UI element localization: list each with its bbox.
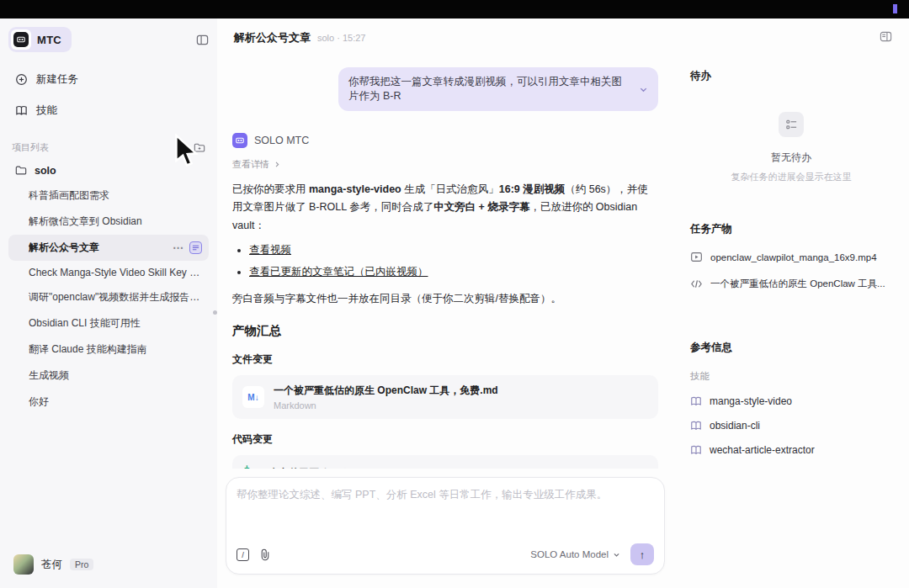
file-title: 一个被严重低估的原生 OpenClaw 工具，免费.md — [274, 384, 498, 398]
assistant-message: SOLO MTC 查看详情 已按你的要求用 manga-style-video … — [232, 133, 658, 469]
attachment-paperclip-icon[interactable] — [259, 548, 271, 561]
project-item[interactable]: 你好 — [8, 389, 209, 415]
new-folder-icon[interactable] — [194, 142, 205, 154]
sidebar-nav: 新建任务 技能 — [8, 66, 209, 124]
model-selector[interactable]: SOLO Auto Model — [530, 549, 620, 559]
project-label: 翻译 Claude 技能构建指南 — [29, 342, 147, 357]
artifact-item-code[interactable]: 一个被严重低估的原生 OpenClaw 工具... — [690, 278, 892, 290]
right-panel: 待办 暂无待办 复杂任务的进展会显示在这里 任务产物 openclaw_claw… — [673, 19, 909, 588]
sidebar-collapse-icon[interactable] — [196, 34, 209, 46]
project-label: Check Manga-Style Video Skill Key C... — [29, 267, 202, 278]
project-label: Obsidian CLI 技能可用性 — [29, 316, 141, 331]
project-label: 解析微信文章到 Obsidian — [29, 215, 142, 229]
view-details-label: 查看详情 — [232, 158, 269, 171]
project-item[interactable]: 调研"openclaw"视频数据并生成报告PPT — [8, 284, 209, 310]
user-message-bubble[interactable]: 你帮我把这一篇文章转成漫剧视频，可以引用文章中相关图片作为 B-R — [338, 67, 658, 111]
code-changes-card[interactable]: +− 1 个文件已更改 — [232, 455, 658, 469]
sidebar: MTC 新建任务 技能 项目列表 — [0, 19, 217, 588]
chevron-down-icon — [613, 551, 620, 559]
artifact-summary-heading: 产物汇总 — [232, 323, 658, 339]
expand-chevron-down-icon[interactable] — [639, 85, 648, 94]
diff-plus-minus-icon: +− — [244, 465, 250, 469]
video-play-icon — [690, 251, 703, 263]
project-label: 调研"openclaw"视频数据并生成报告PPT — [29, 290, 202, 305]
file-changes-heading: 文件变更 — [232, 352, 658, 367]
project-item[interactable]: Obsidian CLI 技能可用性 — [8, 310, 209, 336]
avatar — [13, 554, 34, 575]
assistant-name: SOLO MTC — [254, 135, 309, 146]
slash-command-icon[interactable]: / — [237, 548, 249, 561]
brand-name: MTC — [37, 34, 61, 46]
sidebar-item-label: 技能 — [36, 103, 57, 118]
folder-solo[interactable]: solo — [8, 159, 209, 183]
project-label: 你好 — [29, 395, 49, 409]
composer: / SOLO Auto Model ↑ — [226, 477, 665, 575]
sidebar-item-label: 新建任务 — [36, 72, 78, 87]
skills-book-icon — [15, 104, 28, 117]
brand-logo-frame — [11, 29, 31, 50]
view-note-link[interactable]: 查看已更新的文章笔记（已内嵌视频） — [249, 266, 428, 278]
skill-name: manga-style-video — [710, 395, 792, 407]
skill-item[interactable]: wechat-article-extractor — [690, 444, 892, 456]
project-item[interactable]: Check Manga-Style Video Skill Key C... — [8, 261, 209, 284]
code-changes-heading: 代码变更 — [232, 432, 658, 447]
project-item[interactable]: 解析微信文章到 Obsidian — [8, 209, 209, 235]
chevron-right-icon — [274, 161, 281, 168]
top-black-bar — [0, 0, 909, 19]
user-name: 苍何 — [41, 558, 62, 572]
panel-toggle-icon[interactable] — [880, 30, 892, 46]
skill-item[interactable]: obsidian-cli — [690, 420, 892, 432]
model-name: SOLO Auto Model — [530, 549, 609, 559]
file-type: Markdown — [274, 400, 498, 411]
artifact-item-video[interactable]: openclaw_clawpilot_manga_16x9.mp4 — [690, 251, 892, 263]
chat-main: 解析公众号文章 solo · 15:27 你帮我把这一篇文章转成漫剧视频，可以引… — [217, 19, 673, 588]
user-message-text: 你帮我把这一篇文章转成漫剧视频，可以引用文章中相关图片作为 B-R — [348, 75, 627, 103]
expand-collapse-icon[interactable] — [341, 468, 349, 469]
view-video-link[interactable]: 查看视频 — [249, 244, 291, 256]
list-item: 查看视频 — [249, 241, 658, 258]
skill-name: obsidian-cli — [710, 420, 760, 432]
markdown-file-card[interactable]: M↓ 一个被严重低估的原生 OpenClaw 工具，免费.md Markdown — [232, 375, 658, 419]
chat-messages[interactable]: 你帮我把这一篇文章转成漫剧视频，可以引用文章中相关图片作为 B-R SOLO M… — [217, 50, 673, 469]
chat-title: 解析公众号文章 — [234, 30, 311, 45]
message-input[interactable] — [237, 488, 654, 543]
markdown-icon: M↓ — [242, 386, 264, 408]
sidebar-item-new-task[interactable]: 新建任务 — [8, 66, 209, 93]
more-options-icon[interactable]: ⋯ — [173, 242, 184, 253]
skill-book-icon — [690, 420, 702, 432]
user-account[interactable]: 苍何 Pro — [8, 551, 209, 578]
project-item[interactable]: 科普插画配图需求 — [8, 183, 209, 209]
todo-empty-desc: 复杂任务的进展会显示在这里 — [731, 171, 852, 183]
sidebar-header: MTC — [8, 27, 209, 52]
skill-name: wechat-article-extractor — [710, 444, 815, 456]
result-links: 查看视频 查看已更新的文章笔记（已内嵌视频） — [237, 241, 658, 280]
mtc-logo-icon — [13, 32, 29, 47]
project-item[interactable]: 翻译 Claude 技能构建指南 — [8, 336, 209, 363]
app-window: MTC 新建任务 技能 项目列表 — [0, 19, 909, 588]
artifact-name: openclaw_clawpilot_manga_16x9.mp4 — [710, 252, 877, 262]
scroll-indicator-dot — [213, 310, 217, 315]
artifact-name: 一个被严重低估的原生 OpenClaw 工具... — [710, 278, 885, 290]
project-item-selected[interactable]: 解析公众号文章 ⋯ — [8, 235, 209, 261]
skill-item[interactable]: manga-style-video — [690, 395, 892, 407]
new-task-icon — [15, 73, 28, 86]
todo-empty-title: 暂无待办 — [771, 151, 811, 165]
artifacts-heading: 任务产物 — [690, 222, 892, 236]
folder-icon — [15, 165, 27, 177]
reference-heading: 参考信息 — [690, 341, 892, 355]
brand[interactable]: MTC — [8, 27, 72, 52]
view-details-link[interactable]: 查看详情 — [232, 158, 658, 171]
todo-heading: 待办 — [690, 69, 892, 83]
task-panel-icon[interactable] — [189, 241, 202, 254]
project-section-header: 项目列表 — [12, 141, 205, 154]
sidebar-item-skills[interactable]: 技能 — [8, 97, 209, 124]
list-item: 查看已更新的文章笔记（已内嵌视频） — [249, 263, 658, 280]
chat-subtitle: solo · 15:27 — [317, 33, 365, 43]
pro-badge: Pro — [70, 559, 93, 570]
send-button[interactable]: ↑ — [630, 543, 654, 565]
code-change-label: 1 个文件已更改 — [261, 466, 330, 469]
project-item[interactable]: 生成视频 — [8, 363, 209, 389]
project-label: 解析公众号文章 — [29, 241, 99, 255]
project-label: 科普插画配图需求 — [29, 188, 109, 203]
assistant-paragraph-2: 旁白音频与字幕文件也一并放在同目录（便于你二次剪辑/替换配音）。 — [232, 290, 658, 308]
